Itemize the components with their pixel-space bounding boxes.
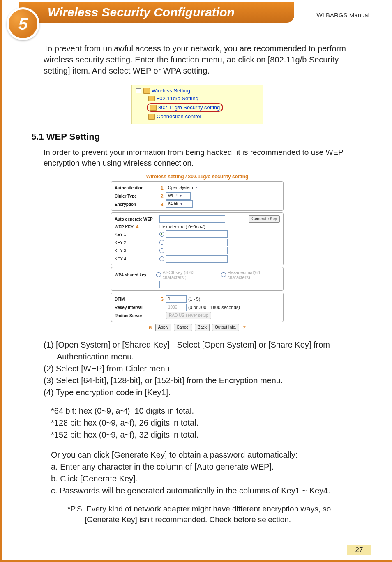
callout-7: 7 (242, 325, 247, 331)
auth-select[interactable]: Open System▼ (166, 184, 207, 191)
step-2: (2) Select [WEP] from Cipler menu (44, 363, 351, 374)
or-intro: Or you can click [Generate Key] to obtai… (51, 449, 351, 461)
wepkey-label: WEP KEY 4 (115, 223, 158, 230)
panel-title: Wireless setting / 802.11g/b security se… (111, 174, 284, 180)
chapter-title: Wireless Security Configuration (48, 5, 235, 19)
collapse-icon[interactable]: - (136, 88, 141, 93)
key1-label: KEY 1 (115, 232, 158, 237)
callout-6: 6 (148, 325, 153, 331)
step-1-line2: Authentication menu. (57, 352, 134, 361)
rekey-label: Rekey Interval (115, 305, 158, 310)
panel-box-wpa: WPA shared key ASCII key (8-63 character… (111, 267, 284, 291)
key2-label: KEY 2 (115, 240, 158, 245)
note-64bit: *64 bit: hex (0~9, a~f), 10 digits in to… (51, 405, 351, 417)
radius-label: Radius Server (115, 313, 158, 318)
wpa-ascii-hint: ASCII key (8-63 characters ) (163, 270, 216, 280)
panel-box-bottom: DTIM 5 1 (1 - 5) Rekey Interval 1000 (0 … (111, 293, 284, 322)
panel-box-keys: Auto generate WEP Generate Key WEP KEY 4… (111, 212, 284, 265)
security-settings-panel: Wireless setting / 802.11g/b security se… (111, 174, 284, 331)
cancel-button[interactable]: Cancel (174, 324, 192, 331)
note-152bit: *152 bit: hex (0~9, a~f), 32 digits in t… (51, 429, 351, 440)
back-button[interactable]: Back (195, 324, 210, 331)
autogen-input[interactable] (159, 215, 225, 223)
generate-key-instructions: Or you can click [Generate Key] to obtai… (51, 449, 351, 496)
chapter-number: 5 (18, 15, 28, 33)
callout-5: 5 (159, 296, 164, 302)
postscript-note: *P.S. Every kind of network adapter migh… (51, 504, 351, 525)
step-1-line1: (1) [Open System] or [Shared Key] - Sele… (44, 340, 330, 349)
intro-paragraph: To prevent from unlawful access to your … (44, 43, 351, 76)
key2-input[interactable] (166, 239, 228, 246)
folder-icon (148, 114, 155, 120)
tree-root[interactable]: - Wireless Setting (136, 88, 258, 94)
apply-button[interactable]: Apply (155, 324, 171, 331)
wpa-ascii-radio[interactable] (156, 272, 161, 277)
nav-tree: - Wireless Setting 802.11g/b Setting 802… (131, 85, 263, 124)
chapter-title-bar: Wireless Security Configuration (19, 2, 294, 23)
or-step-b: b. Click [Generate Key]. (51, 473, 351, 484)
dtim-range: (1 - 5) (188, 297, 200, 302)
callout-3: 3 (159, 201, 164, 207)
bit-notes: *64 bit: hex (0~9, a~f), 10 digits in to… (51, 405, 351, 440)
page-number: 27 (347, 545, 371, 555)
chevron-down-icon: ▼ (179, 193, 182, 199)
tree-root-label: Wireless Setting (152, 88, 190, 94)
cipher-select[interactable]: WEP▼ (166, 192, 191, 200)
key2-radio[interactable] (159, 240, 164, 245)
panel-box-top: Authentication 1 Open System▼ Cipler Typ… (111, 181, 284, 211)
tree-item[interactable]: Connection control (148, 113, 201, 120)
wpa-label: WPA shared key (115, 273, 154, 277)
cipher-label: Cipler Type (115, 194, 158, 198)
encryption-select[interactable]: 64 bit▼ (166, 200, 193, 208)
dtim-label: DTIM (115, 297, 158, 302)
rekey-input[interactable]: 1000 (166, 304, 187, 311)
or-step-c: c. Passwords will be generated automatic… (51, 485, 351, 496)
tree-item-label: Connection control (157, 113, 201, 120)
callout-2: 2 (159, 193, 164, 199)
tree-item-label: 802.11g/b Security setting (158, 104, 220, 111)
wpa-hex-radio[interactable] (221, 272, 226, 277)
or-step-a: a. Enter any character in the column of … (51, 461, 351, 472)
encryption-label: Encryption (115, 202, 158, 207)
section-heading: 5.1 WEP Setting (31, 131, 392, 142)
ps-text: *P.S. Every kind of network adapter migh… (51, 504, 351, 525)
chapter-number-badge: 5 (7, 7, 39, 40)
autogen-label: Auto generate WEP (115, 217, 158, 221)
folder-icon (143, 88, 150, 94)
note-128bit: *128 bit: hex (0~9, a~f), 26 digits in t… (51, 417, 351, 428)
generate-key-button[interactable]: Generate Key (249, 215, 280, 223)
key4-label: KEY 4 (115, 257, 158, 261)
key1-radio[interactable] (159, 232, 164, 237)
manual-name: WLBARGS Manual (317, 12, 369, 18)
section-paragraph: In order to prevent your information fro… (44, 147, 351, 168)
key3-input[interactable] (166, 247, 228, 254)
instruction-steps: (1) [Open System] or [Shared Key] - Sele… (44, 339, 351, 398)
step-3: (3) Select [64-bit], [128-bit], or [152-… (44, 375, 351, 386)
chevron-down-icon: ▼ (180, 201, 183, 207)
radius-setup-button[interactable]: RADIUS server setup (166, 312, 211, 319)
manual-page: Wireless Security Configuration 5 WLBARG… (0, 0, 392, 562)
key3-radio[interactable] (159, 248, 164, 253)
chapter-header: Wireless Security Configuration 5 WLBARG… (2, 0, 392, 29)
wepkey-hint: Hexadecimal( 0~9/ a-f). (159, 224, 207, 229)
tree-item-label: 802.11g/b Setting (157, 95, 198, 101)
folder-icon (148, 96, 155, 101)
key1-input[interactable] (166, 230, 228, 238)
key3-label: KEY 3 (115, 249, 158, 253)
key4-radio[interactable] (159, 256, 164, 261)
wpa-key-input[interactable] (159, 281, 274, 288)
chevron-down-icon: ▼ (195, 184, 198, 191)
tree-item-highlighted[interactable]: 802.11g/b Security setting (147, 103, 223, 112)
dtim-input[interactable]: 1 (166, 295, 187, 303)
wpa-hex-hint: Hexadecimal(64 characters) (228, 270, 280, 280)
callout-1: 1 (159, 185, 164, 191)
rekey-range: (0 or 300 - 1800 seconds) (188, 305, 240, 310)
tree-item[interactable]: 802.11g/b Setting (148, 95, 198, 101)
folder-icon (150, 105, 157, 111)
panel-buttons: 6 Apply Cancel Back Output Info. 7 (111, 324, 284, 331)
auth-label: Authentication (115, 186, 158, 190)
callout-4: 4 (135, 223, 140, 230)
output-info-button[interactable]: Output Info. (212, 324, 239, 331)
step-4: (4) Type encryption code in [Key1]. (44, 387, 351, 398)
key4-input[interactable] (166, 255, 228, 263)
